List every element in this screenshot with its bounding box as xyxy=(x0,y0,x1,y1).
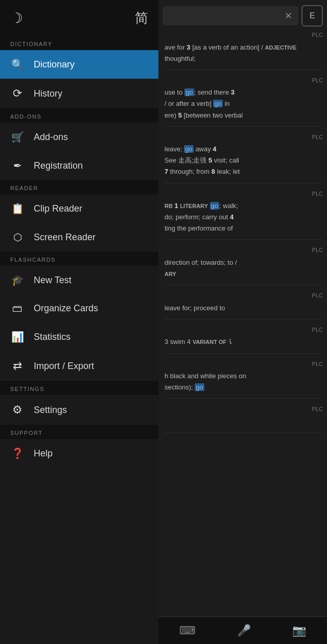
section-reader: READER xyxy=(0,180,158,194)
help-label: Help xyxy=(34,448,53,459)
dict-block: PLC direction of; towards; to / ARY xyxy=(165,246,323,285)
plc-tag: PLC xyxy=(165,133,323,142)
dict-text: leave; go away 4 See 走高;走强 5 visit; call… xyxy=(165,144,323,177)
registration-label: Registration xyxy=(34,160,83,171)
sidebar-item-settings[interactable]: ⚙ Settings xyxy=(0,395,158,425)
plc-tag: PLC xyxy=(165,405,323,414)
new-test-label: New Test xyxy=(34,275,72,286)
clipboard-icon: 📋 xyxy=(10,202,25,215)
plc-tag: PLC xyxy=(165,360,323,369)
search-input[interactable] xyxy=(169,12,285,20)
dict-text: RB 1 Literary go; walk; do; perform; car… xyxy=(165,200,323,234)
sidebar-item-organize-cards[interactable]: 🗃 Organize Cards xyxy=(0,294,158,323)
dict-text: use to go; send there 3 / or after a ver… xyxy=(165,87,323,121)
dict-text xyxy=(165,416,323,427)
section-dictionary: DICTIONARY xyxy=(0,36,158,50)
pen-icon: ✒ xyxy=(10,159,25,172)
dict-block: PLC xyxy=(165,405,323,433)
plc-tag: PLC xyxy=(165,190,323,199)
history-label: History xyxy=(34,88,62,99)
bottom-bar: ⌨ 🎤 📷 xyxy=(158,616,327,644)
sidebar-item-import-export[interactable]: ⇄ Import / Export xyxy=(0,351,158,381)
dict-block: PLC ave for 3 [as a verb of an action] /… xyxy=(165,31,323,70)
dictionary-content: PLC ave for 3 [as a verb of an action] /… xyxy=(158,27,327,616)
sidebar-item-dictionary[interactable]: 🔍 Dictionary xyxy=(0,50,158,79)
dict-text: h black and white pieces on sections); g… xyxy=(165,371,323,393)
dict-text: leave for; proceed to xyxy=(165,303,323,314)
section-support: SUPPORT xyxy=(0,425,158,439)
dict-block: PLC h black and white pieces on sections… xyxy=(165,360,323,399)
dict-block: PLC leave; go away 4 See 走高;走强 5 visit; … xyxy=(165,133,323,183)
section-addons: ADD-ONS xyxy=(0,108,158,123)
statistics-label: Statistics xyxy=(34,332,71,342)
addons-label: Add-ons xyxy=(34,132,68,143)
search-icon: 🔍 xyxy=(10,58,25,71)
keyboard-icon[interactable]: ⌨ xyxy=(179,624,196,637)
sidebar-item-clip-reader[interactable]: 📋 Clip Reader xyxy=(0,194,158,223)
dict-block: PLC RB 1 Literary go; walk; do; perform;… xyxy=(165,190,323,240)
camera-icon[interactable]: 📷 xyxy=(292,624,306,637)
dict-text: 3 swim 4 Variant of 讠 xyxy=(165,336,323,348)
import-export-label: Import / Export xyxy=(34,361,94,372)
dictionary-label: Dictionary xyxy=(34,59,75,70)
plc-tag: PLC xyxy=(165,326,323,335)
section-flashcards: FLASHCARDS xyxy=(0,251,158,266)
sidebar-item-new-test[interactable]: 🎓 New Test xyxy=(0,266,158,294)
dict-block: PLC use to go; send there 3 / or after a… xyxy=(165,76,323,127)
chinese-char[interactable]: 简 xyxy=(135,9,148,27)
cart-icon: 🛒 xyxy=(10,131,25,143)
main-content: ✕ E PLC ave for 3 [as a verb of an actio… xyxy=(158,0,327,644)
organize-cards-label: Organize Cards xyxy=(34,303,98,314)
close-icon[interactable]: ✕ xyxy=(285,10,292,21)
plc-tag: PLC xyxy=(165,31,323,40)
dict-block: PLC 3 swim 4 Variant of 讠 xyxy=(165,326,323,354)
gear-icon: ⚙ xyxy=(10,403,25,417)
sidebar-item-help[interactable]: ❓ Help xyxy=(0,439,158,468)
moon-icon[interactable]: ☽ xyxy=(10,10,23,27)
stats-icon: 📊 xyxy=(10,331,25,343)
dict-block: PLC leave for; proceed to xyxy=(165,291,323,319)
sidebar-item-screen-reader[interactable]: ⬡ Screen Reader xyxy=(0,223,158,251)
help-icon: ❓ xyxy=(10,447,25,459)
section-settings: SETTINGS xyxy=(0,381,158,395)
cards-icon: 🗃 xyxy=(10,303,25,314)
dict-text: ave for 3 [as a verb of an action] / Adj… xyxy=(165,42,323,64)
layers-icon: ⬡ xyxy=(10,231,25,243)
transfer-icon: ⇄ xyxy=(10,359,25,373)
graduation-icon: 🎓 xyxy=(10,274,25,286)
sidebar: ☽ 简 DICTIONARY 🔍 Dictionary ⟳ History AD… xyxy=(0,0,158,644)
clip-reader-label: Clip Reader xyxy=(34,203,82,214)
plc-tag: PLC xyxy=(165,291,323,301)
sidebar-header: ☽ 简 xyxy=(0,0,158,36)
mic-icon[interactable]: 🎤 xyxy=(237,624,251,637)
history-icon: ⟳ xyxy=(10,87,25,100)
screen-reader-label: Screen Reader xyxy=(34,232,96,243)
sidebar-item-statistics[interactable]: 📊 Statistics xyxy=(0,323,158,351)
sidebar-item-addons[interactable]: 🛒 Add-ons xyxy=(0,123,158,151)
sidebar-item-history[interactable]: ⟳ History xyxy=(0,79,158,108)
e-button[interactable]: E xyxy=(301,5,323,27)
dict-text: direction of; towards; to / ARY xyxy=(165,257,323,280)
settings-label: Settings xyxy=(34,405,67,416)
sidebar-item-registration[interactable]: ✒ Registration xyxy=(0,151,158,180)
plc-tag: PLC xyxy=(165,246,323,255)
plc-tag: PLC xyxy=(165,76,323,85)
